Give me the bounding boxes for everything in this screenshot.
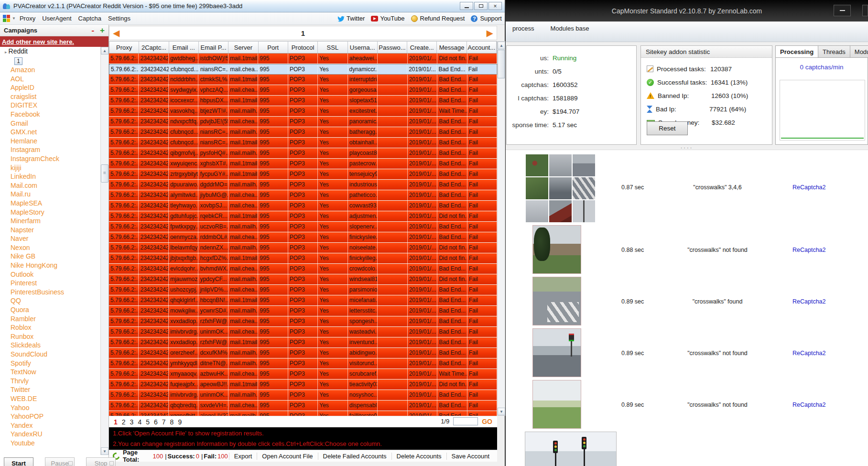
table-cell[interactable]: 234234242 [139,65,169,74]
sidebar-item-hemlane[interactable]: Hemlane [0,137,100,146]
table-cell[interactable]: Fail [467,253,497,263]
table-cell[interactable]: Bad End... [437,159,467,169]
table-cell[interactable]: 2019/01/... [408,190,437,200]
table-cell[interactable]: cfubnqcd... [169,127,198,137]
table-cell[interactable]: Bad End... [437,390,467,400]
table-cell[interactable]: svydwgyix... [169,85,198,95]
table-cell[interactable]: 5.79.66.2:... [109,306,139,316]
table-cell[interactable]: pysfoHQ#... [198,148,228,158]
table-cell[interactable]: Did not fin... [437,274,467,284]
table-cell[interactable]: orerzheef... [169,348,198,358]
table-cell[interactable]: POP3 [288,379,318,390]
sidebar-item-outlook[interactable]: Outlook [0,270,100,279]
table-cell[interactable]: POP3 [288,369,318,379]
table-cell[interactable]: icocxexcr... [169,96,198,106]
recaptcha2-link[interactable]: ReCaptcha2 [792,350,826,357]
table-cell[interactable]: Yes [318,264,347,274]
table-cell[interactable]: Fail [467,379,497,390]
table-scroll-up-icon[interactable]: ▲ [498,42,505,49]
table-cell[interactable]: Yes [318,358,347,368]
table-cell[interactable]: Fail [467,65,497,74]
table-cell[interactable]: 234234242 [139,138,168,148]
table-cell[interactable]: 995 [258,411,288,416]
table-cell[interactable]: Fail [467,96,497,106]
table-cell[interactable]: POP3 [288,390,318,400]
table-cell[interactable] [378,180,407,190]
table-cell[interactable]: mail.mailh... [228,411,258,416]
table-cell[interactable]: niansRC=... [198,127,228,137]
table-cell[interactable]: 2019/01/... [408,201,437,211]
table-cell[interactable]: POP3 [288,295,318,305]
table-cell[interactable]: niansRC=... [199,65,228,74]
table-row[interactable]: 5.79.66.2:...234234242xvxdadlop...rzfxhF… [109,337,497,348]
sidebar-item-nexon[interactable]: Nexon [0,243,100,252]
goto-page-input[interactable] [453,417,478,425]
table-cell[interactable]: 5.79.66.2:... [109,190,139,200]
delete-failed-accounts-button[interactable]: Delete Failed Accounts [318,453,391,460]
sidebar-item-appleid[interactable]: AppleID [0,83,100,92]
table-cell[interactable]: 234234242 [139,253,168,263]
table-cell[interactable]: playcoast80 [348,148,378,158]
table-cell[interactable]: Bad End... [437,96,467,106]
table-cell[interactable]: 5.79.66.2:... [109,379,139,390]
table-cell[interactable] [378,127,407,137]
table-row[interactable]: 5.79.66.2:...234234242gdtuhfupjc...rqebk… [109,211,497,222]
table-cell[interactable]: Bad End... [437,148,467,158]
table-cell[interactable]: 2019/01/... [408,295,437,305]
table-cell[interactable]: bvhmdWX... [198,264,228,274]
table-cell[interactable]: Yes [318,348,347,358]
table-cell[interactable]: 2019/01/... [408,54,437,64]
table-cell[interactable]: Fail [467,327,497,337]
table-cell[interactable]: zrtrgxybityt... [169,169,198,179]
table-cell[interactable]: POP3 [288,201,318,211]
column-header[interactable]: SSL [318,42,347,53]
table-cell[interactable]: 2019/01/... [408,358,437,368]
column-header[interactable]: Server [228,42,258,53]
table-cell[interactable]: Fail [467,411,497,416]
table-cell[interactable]: xmyaaoqv... [169,369,198,379]
sidebar-item-instagramcheck[interactable]: InstagramCheck [0,154,100,163]
table-cell[interactable]: 2019/01/... [408,253,437,263]
table-cell[interactable]: fpwtkxpgy... [169,222,198,232]
table-cell[interactable]: 995 [258,295,288,305]
table-cell[interactable]: slopenerv... [348,222,378,232]
table-cell[interactable]: 995 [258,222,288,232]
cm-menu-process[interactable]: process [512,25,534,32]
table-cell[interactable]: 2019/01/... [408,159,437,169]
table-cell[interactable]: 234234242 [139,180,168,190]
table-row[interactable]: 5.79.66.2:...234234242xvxdadlop...rzfxhF… [109,316,497,327]
table-cell[interactable]: 2019/01/... [408,379,437,390]
table-cell[interactable]: 2019/01/... [408,401,437,411]
table-cell[interactable] [378,337,407,347]
table-cell[interactable]: Yes [318,190,347,200]
recaptcha2-link[interactable]: ReCaptcha2 [792,401,826,408]
table-cell[interactable] [378,390,407,400]
table-cell[interactable]: 234234242 [139,127,168,137]
sidebar-item-youtube[interactable]: Youtube [0,439,100,448]
table-cell[interactable] [378,85,407,95]
table-cell[interactable]: qhqklglrlrf... [169,295,198,305]
table-row[interactable]: 5.79.66.2:...234234242ushozcypj...jnlipV… [109,285,497,295]
table-cell[interactable]: Yes [318,65,347,74]
column-header[interactable]: Email ... [169,42,199,53]
table-cell[interactable]: 5.79.66.2:... [109,222,139,232]
sidebar-item-digitex[interactable]: DIGITEX [0,101,100,110]
table-scroll-down-icon[interactable]: ▼ [498,408,505,415]
sidebar-item-soundcloud[interactable]: SoundCloud [0,350,100,359]
table-cell[interactable]: Bad End... [437,127,467,137]
table-cell[interactable]: excitestret... [348,106,378,116]
table-cell[interactable] [378,75,407,85]
table-cell[interactable]: POP3 [288,190,318,200]
table-cell[interactable]: 2019/01/... [408,85,437,95]
table-cell[interactable]: 234234242 [139,211,168,221]
table-cell[interactable]: POP3 [288,159,318,169]
table-cell[interactable]: 234234242 [139,222,168,232]
table-cell[interactable]: 2019/01/... [408,369,437,379]
sidebar-item-runbox[interactable]: Runbox [0,332,100,341]
table-cell[interactable]: 234234242 [139,201,168,211]
table-row[interactable]: 5.79.66.2:...234234242qibgrrofvij...pysf… [109,148,497,159]
table-cell[interactable]: 995 [258,253,288,263]
table-cell[interactable]: POP3 [288,337,318,347]
table-cell[interactable]: Fail [467,401,497,411]
table-cell[interactable]: 5.79.66.2:... [109,85,139,95]
